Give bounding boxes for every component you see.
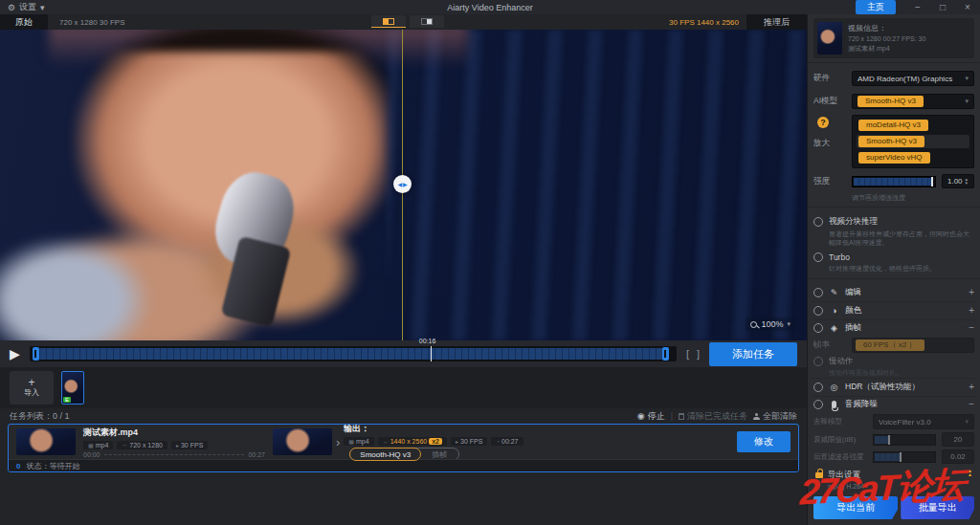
interp-section-label: 插帧: [845, 322, 861, 334]
expand-icon[interactable]: +: [969, 305, 974, 316]
compare-side-button[interactable]: [410, 15, 444, 28]
hardware-select[interactable]: AMD Radeon(TM) Graphics ▾: [852, 71, 974, 86]
section-color[interactable]: ◑ 颜色 +: [812, 301, 976, 317]
section-hdr[interactable]: ◎ HDR（试验性功能） +: [812, 378, 976, 394]
ai-model-select[interactable]: Smooth-HQ v3 ▾: [852, 94, 974, 109]
chunk-desc: 显著提升兼容性并减少显存占用，但同时也会大幅降低AI推理速度。: [829, 230, 974, 248]
slowmo-radio[interactable]: 慢动作: [813, 356, 974, 367]
attenuation-slider[interactable]: [873, 434, 936, 446]
singer-shirt: [0, 235, 153, 341]
chevron-down-icon: ▾: [965, 75, 969, 82]
help-icon[interactable]: ?: [817, 117, 829, 128]
output-duration-badge: ◔00:27: [491, 437, 523, 446]
edit-section-label: 编辑: [845, 287, 861, 298]
strength-slider-handle[interactable]: [931, 177, 933, 186]
add-task-button[interactable]: 添加任务: [709, 342, 797, 366]
task-row[interactable]: 测试素材.mp4 ▦mp4 ↔720 x 1280 ▸30 FPS 00:00 …: [8, 424, 799, 472]
video-info-title: 视频信息：: [848, 23, 925, 33]
trim-handle-end[interactable]: [662, 347, 669, 361]
hardware-value: AMD Radeon(TM) Graphics: [858, 75, 952, 83]
attenuation-label: 衰减限值(dB): [813, 435, 867, 445]
maximize-button[interactable]: □: [930, 0, 955, 14]
timeline-fill: [33, 348, 665, 360]
preview-header: 原始 720 x 1280 30 FPS 30 FPS 1440 x 2560 …: [0, 14, 807, 30]
input-res-badge: ↔720 x 1280: [117, 441, 167, 449]
turbo-checkbox[interactable]: Turbo: [813, 252, 974, 262]
spin-down-icon[interactable]: ▼: [965, 182, 969, 186]
close-button[interactable]: ×: [955, 0, 980, 14]
clear-all-label: 全部清除: [763, 410, 797, 423]
compare-divider-handle[interactable]: ◀▶: [393, 175, 412, 193]
export-batch-button[interactable]: 批量导出: [901, 496, 974, 519]
timeline[interactable]: 00:16: [30, 346, 677, 361]
side-view-icon: [421, 18, 433, 25]
zoom-level: 100%: [761, 319, 783, 329]
home-button[interactable]: 主页: [856, 0, 896, 14]
output-res-badge: ↔1440 x 2560x2: [378, 437, 447, 446]
settings-label: 设置: [19, 1, 36, 13]
tab-processed[interactable]: 推理后: [746, 14, 807, 30]
clear-all-button[interactable]: 全部清除: [753, 410, 797, 423]
input-thumbnail: [16, 428, 76, 455]
import-button[interactable]: + 导入: [10, 371, 54, 405]
section-audio[interactable]: 音频降噪 −: [812, 396, 976, 412]
postfilter-handle[interactable]: [900, 452, 902, 462]
media-thumbnail[interactable]: E: [61, 371, 84, 405]
set-in-button[interactable]: [: [686, 348, 689, 360]
model-pill-name: Smooth-HQ v3: [349, 448, 421, 461]
trash-icon: [679, 413, 684, 420]
trim-handle-start[interactable]: [33, 347, 39, 361]
model-option[interactable]: moDetail-HQ v3: [857, 119, 969, 132]
strength-slider[interactable]: [852, 176, 936, 187]
radio-circle-icon: [813, 357, 823, 366]
postfilter-value[interactable]: 0.02: [942, 449, 974, 464]
attenuation-value[interactable]: 20: [942, 432, 974, 447]
titlebar: ⚙ 设置 ▾ Aiarty Video Enhancer 主页 − □ ×: [0, 0, 980, 14]
film-icon: ▦: [348, 438, 354, 445]
slowmo-hint: 慢动作将更改视频时长。: [829, 368, 974, 377]
task-list-count: 任务列表：0 / 1: [10, 410, 70, 423]
microphone-icon: [832, 401, 836, 408]
task-filename: 测试素材.mp4: [83, 427, 265, 439]
modify-button[interactable]: 修改: [737, 431, 791, 452]
collapse-icon[interactable]: −: [969, 399, 974, 409]
stop-button[interactable]: ◉ 停止: [637, 410, 665, 423]
double-chevron-up-icon[interactable]: ▲▲: [968, 469, 972, 476]
playhead[interactable]: [431, 346, 433, 361]
compare-split-button[interactable]: [371, 15, 406, 28]
postfilter-slider[interactable]: [873, 451, 936, 463]
set-out-button[interactable]: ]: [697, 348, 700, 360]
playhead-time: 00:16: [419, 338, 436, 344]
section-interp[interactable]: ◈ 插帧 −: [812, 319, 976, 336]
clear-done-button[interactable]: 清除已完成任务: [679, 410, 747, 423]
minimize-button[interactable]: −: [905, 0, 930, 14]
zoom-control[interactable]: 100% ▾: [746, 317, 795, 331]
denoise-model-select[interactable]: VoiceFilter v3.0 ▾: [873, 414, 974, 429]
model-option[interactable]: Smooth-HQ v3: [857, 135, 969, 148]
expand-icon[interactable]: +: [969, 287, 974, 297]
clock-icon: ◔: [496, 439, 500, 445]
attenuation-handle[interactable]: [888, 435, 890, 445]
tab-original[interactable]: 原始: [0, 14, 48, 30]
export-settings-row[interactable]: 导出设置 mp4 | H.264 ▲▲: [813, 467, 974, 492]
expand-icon[interactable]: +: [969, 382, 974, 392]
task-status: 状态：等待开始: [26, 461, 79, 471]
model-option[interactable]: superVideo vHQ: [857, 151, 969, 164]
ai-model-value: Smooth-HQ v3: [858, 96, 924, 107]
play-button[interactable]: ▶: [10, 347, 20, 361]
export-current-button[interactable]: 导出当前: [813, 496, 898, 519]
stop-label: 停止: [648, 410, 665, 423]
collapse-icon[interactable]: −: [969, 322, 974, 333]
edit-icon: ✎: [829, 288, 839, 297]
separator: |: [671, 411, 673, 421]
person-icon: [753, 413, 760, 420]
settings-menu[interactable]: ⚙ 设置 ▾: [0, 1, 45, 13]
strength-value[interactable]: 1.00 ▲▼: [942, 174, 974, 188]
chevron-down-icon: ▾: [965, 98, 969, 105]
section-edit[interactable]: ✎ 编辑 +: [812, 284, 976, 300]
color-section-label: 颜色: [845, 305, 861, 317]
app-window: ⚙ 设置 ▾ Aiarty Video Enhancer 主页 − □ × 原始…: [0, 0, 980, 525]
fps-select[interactable]: 60 FPS（ x2 ）: [852, 338, 974, 353]
denoise-model-value: VoiceFilter v3.0: [879, 418, 931, 427]
chunk-inference-checkbox[interactable]: 视频分块推理: [813, 216, 974, 228]
